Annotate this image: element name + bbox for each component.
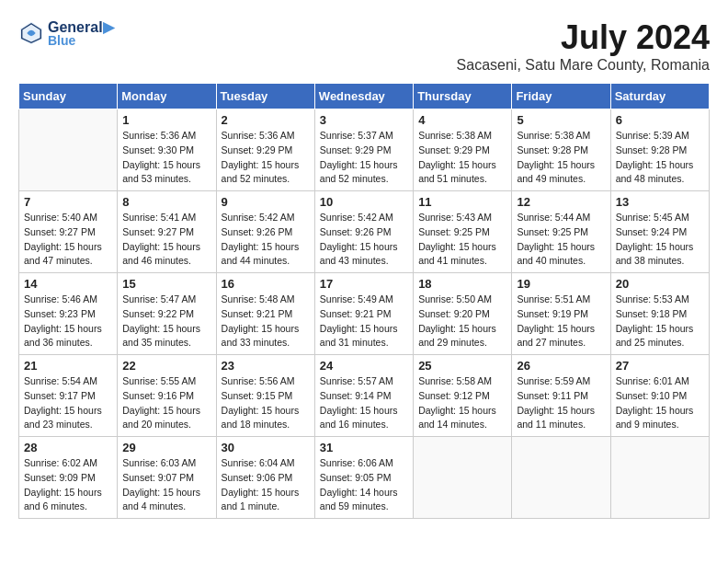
- weekday-header-thursday: Thursday: [414, 84, 512, 109]
- calendar-cell: 19Sunrise: 5:51 AMSunset: 9:19 PMDayligh…: [512, 273, 610, 355]
- day-number: 12: [517, 195, 605, 209]
- day-info: Sunrise: 5:48 AMSunset: 9:21 PMDaylight:…: [222, 293, 310, 350]
- day-info: Sunrise: 5:40 AMSunset: 9:27 PMDaylight:…: [24, 211, 112, 269]
- logo: General▶ Blue: [18, 18, 114, 48]
- calendar-cell: 28Sunrise: 6:02 AMSunset: 9:09 PMDayligh…: [19, 437, 118, 519]
- calendar-cell: 5Sunrise: 5:38 AMSunset: 9:28 PMDaylight…: [512, 109, 610, 191]
- calendar-cell: 12Sunrise: 5:44 AMSunset: 9:25 PMDayligh…: [512, 191, 610, 273]
- day-number: 18: [418, 277, 506, 291]
- calendar-table: SundayMondayTuesdayWednesdayThursdayFrid…: [18, 83, 710, 519]
- weekday-header-wednesday: Wednesday: [314, 84, 413, 109]
- day-info: Sunrise: 5:42 AMSunset: 9:26 PMDaylight:…: [222, 211, 310, 269]
- calendar-cell: [512, 437, 610, 519]
- day-info: Sunrise: 5:42 AMSunset: 9:26 PMDaylight:…: [320, 211, 408, 269]
- calendar-cell: 21Sunrise: 5:54 AMSunset: 9:17 PMDayligh…: [19, 355, 118, 437]
- calendar-cell: 23Sunrise: 5:56 AMSunset: 9:15 PMDayligh…: [216, 355, 314, 437]
- calendar-cell: 4Sunrise: 5:38 AMSunset: 9:29 PMDaylight…: [414, 109, 512, 191]
- calendar-cell: [610, 437, 709, 519]
- day-number: 11: [418, 195, 506, 209]
- calendar-cell: 18Sunrise: 5:50 AMSunset: 9:20 PMDayligh…: [414, 273, 512, 355]
- calendar-cell: [414, 437, 512, 519]
- day-number: 29: [122, 441, 210, 454]
- day-number: 21: [24, 359, 112, 373]
- calendar-cell: 6Sunrise: 5:39 AMSunset: 9:28 PMDaylight…: [610, 109, 709, 191]
- week-row-1: 1Sunrise: 5:36 AMSunset: 9:30 PMDaylight…: [19, 109, 710, 191]
- day-number: 9: [222, 195, 310, 209]
- logo-icon: [18, 20, 44, 46]
- title-area: July 2024 Sacaseni, Satu Mare County, Ro…: [457, 18, 710, 74]
- calendar-cell: 31Sunrise: 6:06 AMSunset: 9:05 PMDayligh…: [314, 437, 413, 519]
- day-number: 4: [418, 113, 506, 127]
- day-number: 25: [418, 359, 506, 373]
- calendar-cell: 10Sunrise: 5:42 AMSunset: 9:26 PMDayligh…: [314, 191, 413, 273]
- calendar-cell: 8Sunrise: 5:41 AMSunset: 9:27 PMDaylight…: [118, 191, 216, 273]
- day-number: 19: [517, 277, 605, 291]
- calendar-cell: 11Sunrise: 5:43 AMSunset: 9:25 PMDayligh…: [414, 191, 512, 273]
- day-number: 2: [222, 113, 310, 127]
- week-row-2: 7Sunrise: 5:40 AMSunset: 9:27 PMDaylight…: [19, 191, 710, 273]
- day-info: Sunrise: 5:50 AMSunset: 9:20 PMDaylight:…: [418, 293, 506, 350]
- day-number: 5: [517, 113, 605, 127]
- day-info: Sunrise: 5:54 AMSunset: 9:17 PMDaylight:…: [24, 374, 112, 432]
- page-header: General▶ Blue July 2024 Sacaseni, Satu M…: [18, 18, 710, 74]
- day-number: 27: [616, 359, 704, 373]
- weekday-header-saturday: Saturday: [610, 84, 709, 109]
- weekday-header-row: SundayMondayTuesdayWednesdayThursdayFrid…: [19, 84, 710, 109]
- day-info: Sunrise: 5:57 AMSunset: 9:14 PMDaylight:…: [320, 374, 408, 432]
- day-number: 7: [24, 195, 112, 209]
- day-info: Sunrise: 5:44 AMSunset: 9:25 PMDaylight:…: [517, 211, 605, 269]
- day-number: 15: [122, 277, 210, 291]
- calendar-cell: 26Sunrise: 5:59 AMSunset: 9:11 PMDayligh…: [512, 355, 610, 437]
- calendar-cell: 3Sunrise: 5:37 AMSunset: 9:29 PMDaylight…: [314, 109, 413, 191]
- week-row-4: 21Sunrise: 5:54 AMSunset: 9:17 PMDayligh…: [19, 355, 710, 437]
- day-info: Sunrise: 5:47 AMSunset: 9:22 PMDaylight:…: [122, 293, 210, 350]
- week-row-3: 14Sunrise: 5:46 AMSunset: 9:23 PMDayligh…: [19, 273, 710, 355]
- day-info: Sunrise: 5:36 AMSunset: 9:30 PMDaylight:…: [122, 129, 210, 187]
- calendar-cell: 25Sunrise: 5:58 AMSunset: 9:12 PMDayligh…: [414, 355, 512, 437]
- day-info: Sunrise: 5:37 AMSunset: 9:29 PMDaylight:…: [320, 129, 408, 187]
- calendar-cell: 24Sunrise: 5:57 AMSunset: 9:14 PMDayligh…: [314, 355, 413, 437]
- location-title: Sacaseni, Satu Mare County, Romania: [457, 57, 710, 74]
- calendar-cell: 16Sunrise: 5:48 AMSunset: 9:21 PMDayligh…: [216, 273, 314, 355]
- calendar-cell: 15Sunrise: 5:47 AMSunset: 9:22 PMDayligh…: [118, 273, 216, 355]
- logo-text: General▶ Blue: [48, 18, 114, 48]
- day-number: 6: [616, 113, 704, 127]
- day-info: Sunrise: 5:38 AMSunset: 9:29 PMDaylight:…: [418, 129, 506, 187]
- month-title: July 2024: [457, 18, 710, 57]
- calendar-cell: 30Sunrise: 6:04 AMSunset: 9:06 PMDayligh…: [216, 437, 314, 519]
- day-info: Sunrise: 5:59 AMSunset: 9:11 PMDaylight:…: [517, 374, 605, 432]
- day-info: Sunrise: 5:53 AMSunset: 9:18 PMDaylight:…: [616, 293, 704, 350]
- calendar-cell: 22Sunrise: 5:55 AMSunset: 9:16 PMDayligh…: [118, 355, 216, 437]
- day-info: Sunrise: 5:36 AMSunset: 9:29 PMDaylight:…: [222, 129, 310, 187]
- day-number: 20: [616, 277, 704, 291]
- day-number: 17: [320, 277, 408, 291]
- calendar-cell: 13Sunrise: 5:45 AMSunset: 9:24 PMDayligh…: [610, 191, 709, 273]
- day-info: Sunrise: 5:45 AMSunset: 9:24 PMDaylight:…: [616, 211, 704, 269]
- day-info: Sunrise: 6:01 AMSunset: 9:10 PMDaylight:…: [616, 374, 704, 432]
- day-number: 23: [222, 359, 310, 373]
- day-info: Sunrise: 5:51 AMSunset: 9:19 PMDaylight:…: [517, 293, 605, 350]
- day-info: Sunrise: 5:58 AMSunset: 9:12 PMDaylight:…: [418, 374, 506, 432]
- day-number: 24: [320, 359, 408, 373]
- calendar-cell: 7Sunrise: 5:40 AMSunset: 9:27 PMDaylight…: [19, 191, 118, 273]
- calendar-cell: 20Sunrise: 5:53 AMSunset: 9:18 PMDayligh…: [610, 273, 709, 355]
- day-number: 26: [517, 359, 605, 373]
- day-number: 8: [122, 195, 210, 209]
- calendar-cell: 17Sunrise: 5:49 AMSunset: 9:21 PMDayligh…: [314, 273, 413, 355]
- day-info: Sunrise: 5:49 AMSunset: 9:21 PMDaylight:…: [320, 293, 408, 350]
- day-info: Sunrise: 5:55 AMSunset: 9:16 PMDaylight:…: [122, 374, 210, 432]
- day-info: Sunrise: 6:02 AMSunset: 9:09 PMDaylight:…: [24, 456, 112, 514]
- weekday-header-friday: Friday: [512, 84, 610, 109]
- calendar-cell: [19, 109, 118, 191]
- day-number: 16: [222, 277, 310, 291]
- day-info: Sunrise: 5:39 AMSunset: 9:28 PMDaylight:…: [616, 129, 704, 187]
- day-number: 10: [320, 195, 408, 209]
- calendar-cell: 1Sunrise: 5:36 AMSunset: 9:30 PMDaylight…: [118, 109, 216, 191]
- day-info: Sunrise: 6:06 AMSunset: 9:05 PMDaylight:…: [320, 456, 408, 514]
- calendar-cell: 27Sunrise: 6:01 AMSunset: 9:10 PMDayligh…: [610, 355, 709, 437]
- day-info: Sunrise: 5:41 AMSunset: 9:27 PMDaylight:…: [122, 211, 210, 269]
- day-info: Sunrise: 5:43 AMSunset: 9:25 PMDaylight:…: [418, 211, 506, 269]
- day-number: 14: [24, 277, 112, 291]
- weekday-header-sunday: Sunday: [19, 84, 118, 109]
- calendar-cell: 9Sunrise: 5:42 AMSunset: 9:26 PMDaylight…: [216, 191, 314, 273]
